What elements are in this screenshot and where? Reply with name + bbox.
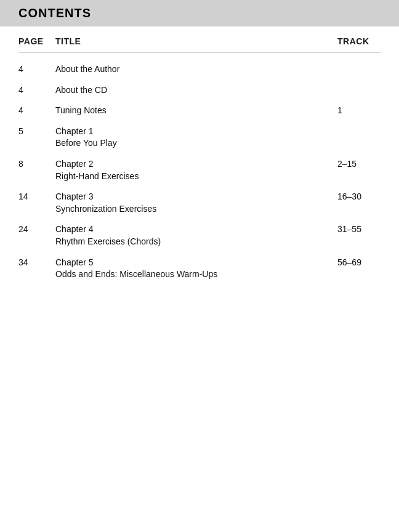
contents-header: CONTENTS — [0, 0, 399, 26]
row-title-block: Chapter 3Synchronization Exercises — [55, 191, 337, 215]
row-title-line2: Odds and Ends: Miscellaneous Warm-Ups — [55, 268, 337, 281]
row-track — [337, 84, 381, 85]
table-row: 14Chapter 3Synchronization Exercises16–3… — [18, 187, 381, 219]
row-page: 14 — [18, 191, 55, 201]
row-title-line1: Chapter 4 — [55, 224, 337, 236]
row-title-line1: Chapter 3 — [55, 191, 337, 203]
col-header-page: PAGE — [18, 36, 55, 46]
contents-title: CONTENTS — [18, 6, 91, 20]
row-page: 4 — [18, 105, 55, 115]
row-title-line1: About the Author — [55, 63, 337, 76]
row-track — [337, 63, 381, 64]
row-track: 2–15 — [337, 158, 381, 169]
column-headers: PAGE TITLE TRACK — [18, 36, 381, 53]
row-page: 34 — [18, 257, 55, 267]
row-page: 24 — [18, 224, 55, 234]
toc-rows: 4About the Author4About the CD4Tuning No… — [18, 59, 381, 285]
row-page: 4 — [18, 63, 55, 74]
row-title-line2: Right-Hand Exercises — [55, 171, 337, 183]
table-row: 34Chapter 5Odds and Ends: Miscellaneous … — [18, 252, 381, 285]
row-title-line2: Synchronization Exercises — [55, 203, 337, 216]
table-row: 5Chapter 1Before You Play — [18, 121, 381, 154]
row-page: 4 — [18, 84, 55, 95]
row-title-block: About the CD — [55, 84, 337, 97]
col-header-title: TITLE — [55, 36, 337, 46]
table-row: 4Tuning Notes1 — [18, 100, 381, 121]
row-title-block: About the Author — [55, 63, 337, 76]
table-row: 4About the CD — [18, 80, 381, 101]
row-title-block: Chapter 5Odds and Ends: Miscellaneous Wa… — [55, 257, 337, 281]
row-track: 31–55 — [337, 224, 381, 234]
row-title-block: Chapter 4Rhythm Exercises (Chords) — [55, 224, 337, 248]
row-track: 1 — [337, 105, 381, 115]
row-title-line1: Chapter 2 — [55, 158, 337, 171]
row-title-line1: About the CD — [55, 84, 337, 97]
row-track: 16–30 — [337, 191, 381, 201]
row-title-line2: Before You Play — [55, 137, 337, 150]
table-row: 4About the Author — [18, 59, 381, 80]
row-title-line2: Rhythm Exercises (Chords) — [55, 236, 337, 248]
col-header-track: TRACK — [337, 36, 381, 46]
table-row: 8Chapter 2Right-Hand Exercises2–15 — [18, 154, 381, 187]
table-area: PAGE TITLE TRACK 4About the Author4About… — [0, 36, 399, 285]
row-title-block: Chapter 1Before You Play — [55, 126, 337, 150]
row-title-line1: Chapter 5 — [55, 257, 337, 269]
row-track: 56–69 — [337, 257, 381, 267]
row-title-block: Chapter 2Right-Hand Exercises — [55, 158, 337, 182]
row-page: 8 — [18, 158, 55, 169]
table-row: 24Chapter 4Rhythm Exercises (Chords)31–5… — [18, 219, 381, 252]
row-title-line1: Chapter 1 — [55, 126, 337, 138]
row-page: 5 — [18, 126, 55, 136]
row-title-line1: Tuning Notes — [55, 105, 337, 117]
row-track — [337, 126, 381, 126]
row-title-block: Tuning Notes — [55, 105, 337, 117]
